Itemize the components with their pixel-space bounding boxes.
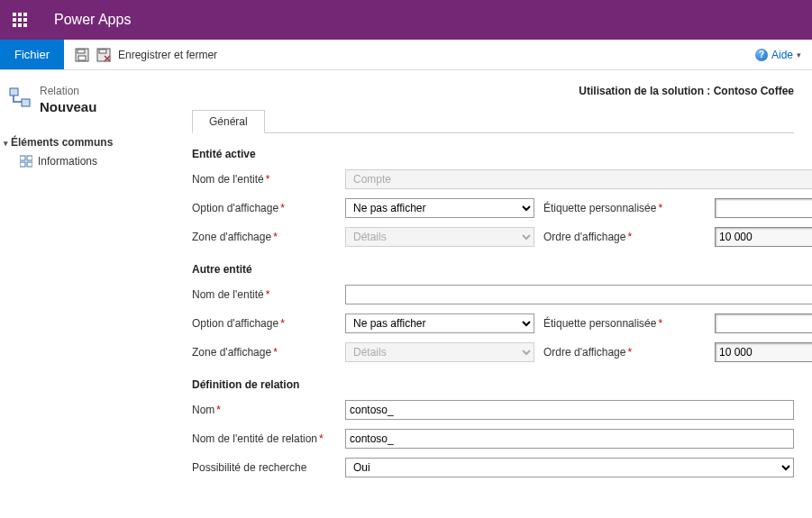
svg-rect-17	[27, 156, 32, 160]
main-content: Utilisation de la solution : Contoso Cof…	[185, 70, 812, 518]
select-active-display-option[interactable]: Ne pas afficher	[345, 198, 534, 218]
select-active-display-area: Détails	[345, 227, 534, 247]
tab-general[interactable]: Général	[192, 110, 265, 133]
form-icon	[20, 155, 32, 168]
label-relation-name: Nom*	[192, 404, 336, 416]
chevron-down-icon: ▾	[797, 50, 801, 59]
label-active-display-area: Zone d'affichage*	[192, 231, 336, 243]
label-searchable: Possibilité de recherche	[192, 461, 336, 474]
svg-rect-0	[13, 13, 16, 16]
label-other-entity-name: Nom de l'entité*	[192, 288, 336, 301]
top-bar: Power Apps	[0, 0, 812, 40]
input-relation-entity-name[interactable]	[345, 429, 794, 449]
svg-rect-1	[18, 13, 22, 16]
svg-rect-18	[20, 162, 25, 167]
select-active-entity-name: Compte	[345, 169, 812, 189]
section-title-other-entity: Autre entité	[192, 263, 794, 276]
svg-rect-14	[10, 88, 18, 95]
nav-item-common-elements[interactable]: ▾Éléments communs	[4, 134, 176, 150]
svg-rect-4	[18, 18, 22, 22]
input-relation-name[interactable]	[345, 400, 794, 420]
label-relation-entity-name: Nom de l'entité de relation*	[192, 432, 336, 445]
command-bar: Fichier Enregistrer et fermer ? Aide ▾	[0, 40, 812, 70]
page-header: Relation Nouveau	[0, 81, 185, 122]
file-menu-button[interactable]: Fichier	[0, 40, 64, 69]
svg-rect-2	[23, 13, 27, 16]
section-title-relation-definition: Définition de relation	[192, 378, 794, 391]
select-other-display-option[interactable]: Ne pas afficher	[345, 314, 534, 333]
label-active-display-option: Option d'affichage*	[192, 202, 336, 214]
label-other-display-area: Zone d'affichage*	[192, 346, 336, 359]
app-launcher-icon[interactable]	[0, 0, 40, 40]
label-other-custom-label: Étiquette personnalisée*	[543, 317, 706, 330]
input-active-custom-label[interactable]	[715, 198, 812, 218]
svg-rect-6	[13, 23, 16, 27]
input-other-display-order	[715, 342, 812, 362]
chevron-down-icon: ▾	[4, 139, 11, 148]
label-other-display-order: Ordre d'affichage*	[543, 346, 706, 359]
select-other-display-area: Détails	[345, 342, 534, 362]
svg-rect-3	[13, 18, 16, 22]
input-active-display-order	[715, 227, 812, 247]
save-icon[interactable]	[75, 48, 89, 62]
label-active-custom-label: Étiquette personnalisée*	[543, 202, 706, 214]
entity-type-label: Relation	[40, 85, 96, 97]
svg-rect-13	[99, 50, 106, 53]
svg-rect-15	[22, 99, 30, 106]
solution-context: Utilisation de la solution : Contoso Cof…	[192, 77, 794, 110]
svg-rect-10	[78, 50, 85, 53]
select-searchable[interactable]: Oui	[345, 458, 794, 477]
entity-name-label: Nouveau	[40, 99, 96, 114]
input-other-custom-label[interactable]	[715, 314, 812, 333]
svg-rect-19	[27, 162, 32, 167]
nav-tree: ▾Éléments communs Informations	[0, 122, 185, 169]
help-icon: ?	[755, 49, 768, 61]
app-title: Power Apps	[54, 12, 131, 28]
label-other-display-option: Option d'affichage*	[192, 317, 336, 330]
svg-rect-8	[23, 23, 27, 27]
label-active-display-order: Ordre d'affichage*	[543, 231, 706, 243]
select-other-entity-name[interactable]	[345, 285, 812, 304]
svg-rect-11	[78, 56, 86, 60]
save-and-close-icon[interactable]	[96, 48, 111, 62]
section-title-active-entity: Entité active	[192, 148, 794, 160]
save-and-close-label[interactable]: Enregistrer et fermer	[118, 49, 217, 61]
svg-rect-7	[18, 23, 22, 27]
svg-rect-5	[23, 18, 27, 22]
label-active-entity-name: Nom de l'entité*	[192, 173, 336, 186]
help-link[interactable]: ? Aide ▾	[755, 49, 801, 61]
nav-item-informations[interactable]: Informations	[4, 153, 176, 169]
sidebar: Relation Nouveau ▾Éléments communs Infor…	[0, 70, 185, 518]
help-label: Aide	[771, 49, 793, 61]
svg-rect-16	[20, 156, 25, 160]
relation-icon	[9, 86, 31, 108]
